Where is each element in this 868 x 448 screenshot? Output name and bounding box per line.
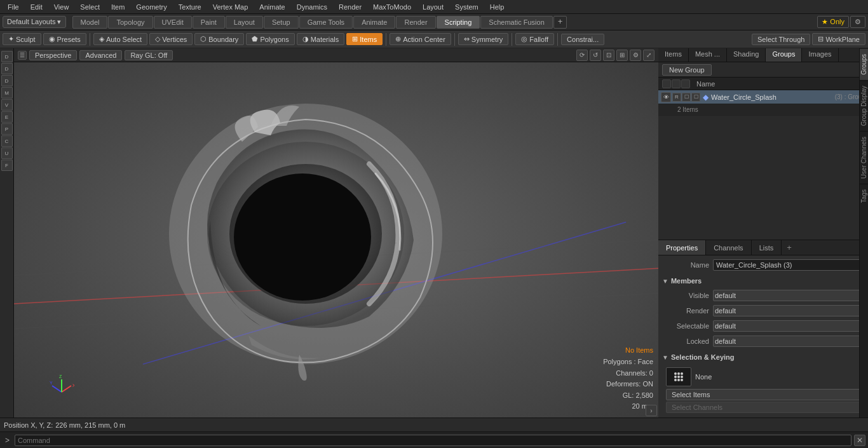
tab-setup[interactable]: Setup [264, 16, 299, 29]
menu-select[interactable]: Select [75, 2, 105, 12]
sidebar-icon-1[interactable]: D [1, 51, 13, 62]
command-input[interactable] [15, 435, 851, 446]
sidebar-icon-8[interactable]: C [1, 135, 13, 147]
viewport-icon-settings[interactable]: ⚙ [630, 50, 641, 61]
sel-keying-section-header[interactable]: ▼ Selection & Keying [662, 351, 864, 363]
settings-button[interactable]: ⚙ [850, 16, 865, 28]
materials-button[interactable]: ◑ Materials [297, 33, 345, 45]
viewport-advanced-btn[interactable]: Advanced [79, 50, 122, 60]
group-row[interactable]: 👁 R ☐ ☐ ◆ Water_Circle_Splash (3) : Grou… [658, 90, 868, 104]
auto-select-button[interactable]: ◈ Auto Select [93, 33, 147, 45]
menu-dynamics[interactable]: Dynamics [292, 2, 332, 12]
sidebar-icon-4[interactable]: M [1, 87, 13, 98]
locked-select[interactable]: default ▾ [713, 336, 864, 347]
tab-render[interactable]: Render [396, 16, 435, 29]
vertices-button[interactable]: ◇ Vertices [149, 33, 193, 45]
group-icon-render[interactable]: R [672, 93, 681, 102]
add-tab-button[interactable]: + [553, 16, 567, 29]
tab-uvedit[interactable]: UVEdit [154, 16, 192, 29]
visible-label: Visible [662, 292, 713, 299]
sidebar-icon-7[interactable]: P [1, 123, 13, 135]
viewport-perspective-btn[interactable]: Perspective [29, 50, 77, 60]
sidebar-icon-5[interactable]: V [1, 99, 13, 111]
viewport-icon-frame[interactable]: ⊡ [603, 50, 614, 61]
presets-button[interactable]: ◉ Presets [43, 33, 86, 45]
layout-dropdown[interactable]: Default Layouts ▾ [3, 16, 66, 28]
tab-schematic-fusion[interactable]: Schematic Fusion [480, 16, 552, 29]
render-select[interactable]: default ▾ [713, 305, 864, 316]
vtab-group-display[interactable]: Group Display [860, 80, 868, 131]
workplane-button[interactable]: ⊟ WorkPlane [812, 33, 865, 45]
sidebar-icon-6[interactable]: E [1, 111, 13, 123]
props-tab-lists[interactable]: Lists [752, 240, 782, 255]
rp-tab-shading[interactable]: Shading [727, 48, 766, 62]
tab-scripting[interactable]: Scripting [437, 16, 480, 29]
viewport-nav-arrow[interactable]: › [646, 405, 657, 416]
polygons-button[interactable]: ⬟ Polygons [246, 33, 294, 45]
props-tab-properties[interactable]: Properties [658, 240, 706, 255]
viewport-menu-btn[interactable]: ☰ [18, 51, 27, 60]
menu-maxtomodo[interactable]: MaxToModo [368, 2, 416, 12]
viewport-icon-expand[interactable]: ⤢ [643, 50, 654, 61]
viewport-canvas[interactable]: X Y Z No Items Polygons : Face Channels:… [14, 62, 658, 417]
menu-help[interactable]: Help [485, 2, 510, 12]
viewport-raygl-btn[interactable]: Ray GL: Off [125, 50, 173, 60]
star-only-button[interactable]: ★ Only [817, 16, 849, 28]
menu-view[interactable]: View [49, 2, 74, 12]
menu-texture[interactable]: Texture [173, 2, 207, 12]
rp-tab-items[interactable]: Items [658, 48, 689, 62]
viewport-icon-reset[interactable]: ↺ [590, 50, 601, 61]
symmetry-button[interactable]: ⇔ Symmetry [458, 33, 509, 45]
items-button[interactable]: ⊞ Items [346, 33, 383, 45]
members-section-header[interactable]: ▼ Members [662, 275, 864, 287]
viewport[interactable]: ☰ Perspective Advanced Ray GL: Off ⟳ ↺ ⊡… [14, 48, 658, 417]
tab-paint[interactable]: Paint [193, 16, 225, 29]
viewport-icon-camera[interactable]: ⊞ [616, 50, 628, 61]
falloff-button[interactable]: ◎ Falloff [515, 33, 554, 45]
group-visibility-toggle[interactable]: 👁 [661, 92, 671, 102]
sculpt-button[interactable]: ✦ Sculpt [3, 33, 41, 45]
menu-system[interactable]: System [450, 2, 484, 12]
props-tab-channels[interactable]: Channels [706, 240, 751, 255]
select-through-button[interactable]: Select Through [752, 34, 810, 45]
boundary-button[interactable]: ⬡ Boundary [194, 33, 244, 45]
tab-topology[interactable]: Topology [108, 16, 153, 29]
vtab-groups[interactable]: Groups [860, 48, 868, 80]
menu-layout[interactable]: Layout [417, 2, 449, 12]
vtab-tags[interactable]: Tags [860, 184, 868, 208]
visible-select[interactable]: default ▾ [713, 290, 864, 301]
constraints-button[interactable]: Constrai... [561, 34, 604, 45]
select-channels-button[interactable]: Select Channels [666, 402, 860, 413]
command-clear-button[interactable]: ✕ [854, 435, 865, 446]
sidebar-icon-10[interactable]: F [1, 160, 13, 171]
menu-item[interactable]: Item [106, 2, 130, 12]
menu-vertex-map[interactable]: Vertex Map [208, 2, 254, 12]
menu-edit[interactable]: Edit [25, 2, 48, 12]
tab-animate[interactable]: Animate [353, 16, 395, 29]
sidebar-icon-2[interactable]: D [1, 63, 13, 74]
new-group-button[interactable]: New Group [662, 64, 712, 76]
rp-tab-mesh[interactable]: Mesh ... [689, 48, 727, 62]
menu-animate[interactable]: Animate [254, 2, 290, 12]
rp-tab-groups[interactable]: Groups [766, 48, 802, 62]
group-icon-key[interactable]: ☐ [691, 93, 700, 102]
tab-game-tools[interactable]: Game Tools [299, 16, 353, 29]
selectable-select[interactable]: default ▾ [713, 320, 864, 332]
add-props-tab-button[interactable]: + [782, 241, 797, 254]
sidebar-icon-9[interactable]: U [1, 147, 13, 159]
tab-model[interactable]: Model [72, 16, 108, 29]
rp-tab-images[interactable]: Images [802, 48, 838, 62]
select-items-button[interactable]: Select Items [666, 389, 860, 400]
sidebar-icon-3[interactable]: D [1, 75, 13, 86]
menu-geometry[interactable]: Geometry [131, 2, 172, 12]
action-center-button[interactable]: ⊕ Action Center [390, 33, 451, 45]
menu-file[interactable]: File [3, 2, 24, 12]
name-prop-row: Name [662, 258, 864, 272]
viewport-icon-rotate[interactable]: ⟳ [576, 50, 588, 61]
name-input[interactable] [713, 259, 864, 271]
tab-layout[interactable]: Layout [226, 16, 263, 29]
command-arrow-icon[interactable]: > [3, 436, 12, 445]
group-icon-lock[interactable]: ☐ [682, 93, 691, 102]
vtab-user-channels[interactable]: User Channels [860, 131, 868, 184]
menu-render[interactable]: Render [334, 2, 367, 12]
